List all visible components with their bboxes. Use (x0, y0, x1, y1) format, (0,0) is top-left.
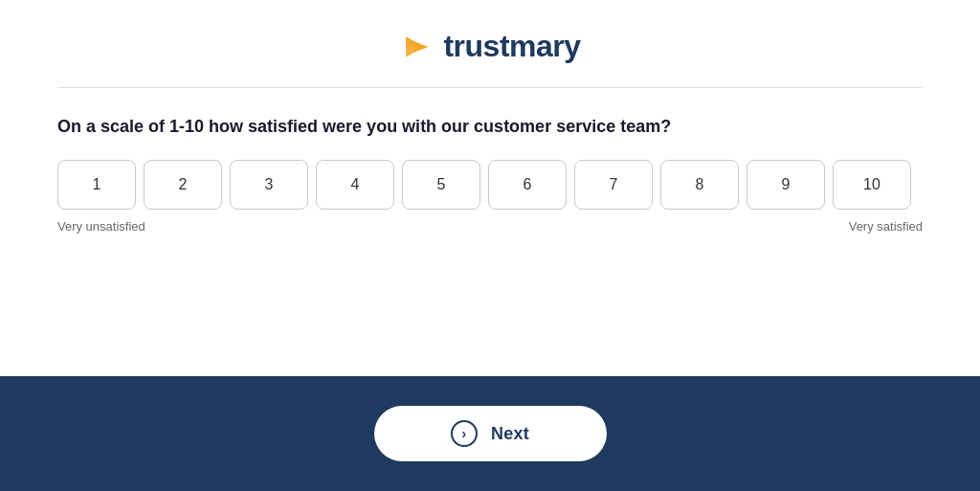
scale-btn-1[interactable]: 1 (57, 160, 136, 210)
scale-btn-9[interactable]: 9 (746, 160, 825, 210)
scale-label-satisfied: Very satisfied (849, 219, 923, 234)
logo-text: trustmary (443, 29, 580, 64)
scale-btn-6[interactable]: 6 (488, 160, 567, 210)
next-button[interactable]: › Next (374, 406, 607, 461)
scale-btn-5[interactable]: 5 (402, 160, 480, 210)
footer-bar: › Next (0, 376, 980, 491)
main-content: trustmary On a scale of 1-10 how satisfi… (0, 0, 980, 376)
scale-labels: Very unsatisfied Very satisfied (57, 219, 923, 234)
scale-btn-2[interactable]: 2 (144, 160, 222, 210)
scale-btn-8[interactable]: 8 (660, 160, 739, 210)
scale-btn-7[interactable]: 7 (574, 160, 653, 210)
question-text: On a scale of 1-10 how satisfied were yo… (57, 115, 671, 139)
logo-area: trustmary (57, 29, 923, 64)
scale-btn-10[interactable]: 10 (833, 160, 911, 210)
divider (57, 87, 923, 88)
scale-container: 1 2 3 4 5 6 7 8 9 10 Very unsatisfied Ve… (57, 160, 923, 234)
scale-btn-4[interactable]: 4 (316, 160, 394, 210)
scale-buttons: 1 2 3 4 5 6 7 8 9 10 (57, 160, 923, 210)
scale-label-unsatisfied: Very unsatisfied (57, 219, 145, 234)
scale-btn-3[interactable]: 3 (230, 160, 308, 210)
next-label: Next (491, 424, 529, 444)
trustmary-logo-icon (399, 30, 434, 64)
next-chevron-icon: › (451, 420, 478, 447)
